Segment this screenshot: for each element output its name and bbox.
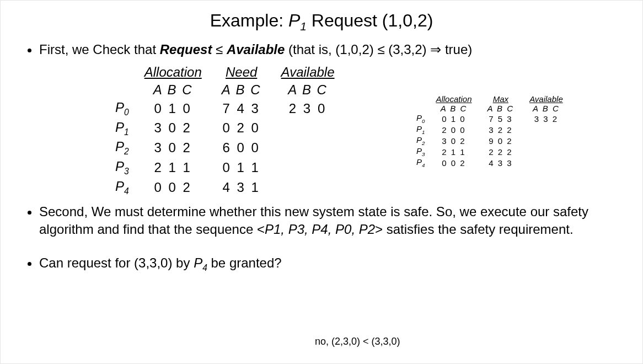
side-col-available: Available [522, 94, 571, 104]
table-row: P1 3 0 2 0 2 0 [105, 119, 345, 138]
bullet-second: Second, We must determine whether this n… [39, 203, 620, 239]
main-state-table: Allocation Need Available A B C A B C A … [105, 63, 345, 197]
abc-header: A B C [428, 104, 479, 113]
title-prefix: Example: [210, 10, 288, 30]
col-available: Available [271, 63, 345, 81]
slide: Example: P1 Request (1,0,2) First, we Ch… [0, 0, 643, 364]
col-allocation: Allocation [135, 63, 212, 81]
abc-header: A B C [271, 81, 345, 99]
abc-header: A B C [480, 104, 522, 113]
table-row: P3 2 1 1 2 2 2 [409, 146, 571, 157]
bullet-question: Can request for (3,3,0) by P4 be granted… [39, 254, 620, 274]
answer-annotation: no, (2,3,0) < (3,3,0) [315, 336, 400, 347]
table-row: P4 0 0 2 4 3 1 [105, 178, 345, 197]
bullet-list: First, we Check that Request ≤ Available… [23, 41, 620, 58]
table-row: P2 3 0 2 6 0 0 [105, 138, 345, 158]
bullet-list-2: Second, We must determine whether this n… [23, 203, 620, 274]
table-row: P3 2 1 1 0 1 1 [105, 158, 345, 178]
table-row: P0 0 1 0 7 5 3 3 3 2 [409, 113, 571, 124]
table-row: P4 0 0 2 4 3 3 [409, 157, 571, 168]
table-row: P0 0 1 0 7 4 3 2 3 0 [105, 99, 345, 119]
abc-header: A B C [135, 81, 212, 99]
side-col-allocation: Allocation [428, 94, 479, 104]
title-proc: P1 [288, 10, 307, 30]
abc-header: A B C [212, 81, 271, 99]
table-row: P1 2 0 0 3 2 2 [409, 124, 571, 135]
slide-title: Example: P1 Request (1,0,2) [23, 10, 620, 33]
side-col-max: Max [480, 94, 522, 104]
col-need: Need [212, 63, 271, 81]
table-row: P2 3 0 2 9 0 2 [409, 135, 571, 146]
title-suffix: Request (1,0,2) [307, 10, 433, 30]
original-state-table: Allocation Max Available A B C A B C A B… [409, 94, 571, 168]
abc-header: A B C [522, 104, 571, 113]
bullet-first: First, we Check that Request ≤ Available… [39, 41, 620, 58]
